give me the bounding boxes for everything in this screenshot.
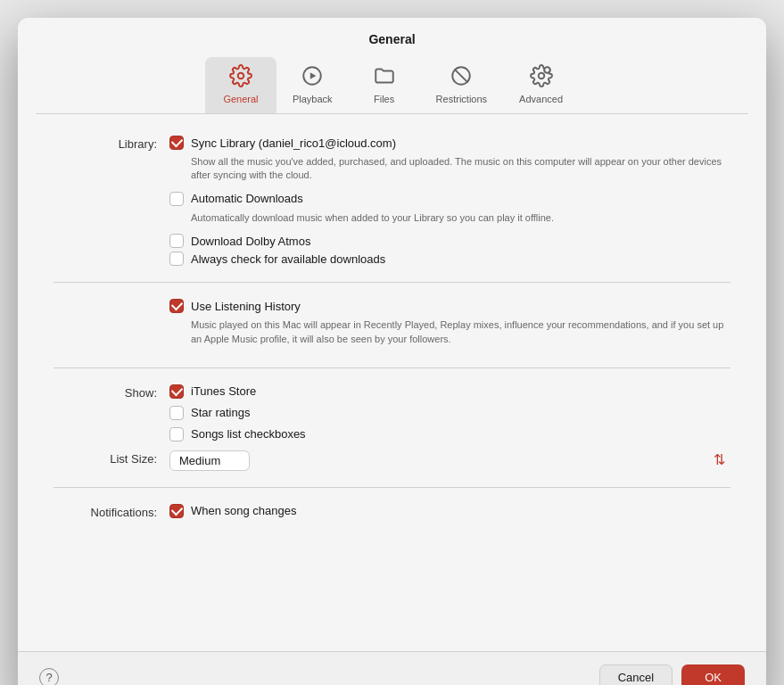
sync-library-checkbox[interactable] xyxy=(169,136,184,150)
action-buttons: Cancel OK xyxy=(599,664,745,685)
songs-checkboxes-checkbox[interactable] xyxy=(169,427,184,442)
auto-downloads-label[interactable]: Automatic Downloads xyxy=(169,192,303,206)
tab-advanced[interactable]: Advanced xyxy=(503,57,579,113)
auto-downloads-row: Automatic Downloads xyxy=(169,192,730,206)
dolby-atmos-text: Download Dolby Atmos xyxy=(191,235,310,248)
star-ratings-label[interactable]: Star ratings xyxy=(169,406,250,420)
library-section: Library: Sync Library (daniel_rico1@iclo… xyxy=(54,136,730,266)
songs-checkboxes-row: Songs list checkboxes xyxy=(169,427,730,442)
svg-point-5 xyxy=(538,73,544,79)
check-downloads-label[interactable]: Always check for available downloads xyxy=(169,252,385,266)
auto-downloads-text: Automatic Downloads xyxy=(191,192,303,205)
cancel-button[interactable]: Cancel xyxy=(599,664,673,685)
play-icon xyxy=(301,64,324,91)
songs-checkboxes-label[interactable]: Songs list checkboxes xyxy=(169,427,306,442)
listening-history-text: Use Listening History xyxy=(191,300,301,313)
tab-restrictions-label: Restrictions xyxy=(436,94,487,104)
bottom-bar: ? Cancel OK xyxy=(18,651,766,685)
toolbar: General Playback File xyxy=(36,57,748,114)
list-size-select[interactable]: Small Medium Large xyxy=(169,450,250,471)
itunes-store-checkbox[interactable] xyxy=(169,384,184,399)
show-section: Show: iTunes Store Star ratings xyxy=(54,384,730,442)
sync-library-desc: Show all the music you've added, purchas… xyxy=(191,155,730,183)
list-size-select-wrapper: Small Medium Large ⇅ xyxy=(169,450,730,471)
auto-downloads-checkbox[interactable] xyxy=(169,192,184,206)
check-downloads-row: Always check for available downloads xyxy=(169,252,730,266)
divider-2 xyxy=(54,367,730,368)
restrict-icon xyxy=(450,64,473,91)
dolby-atmos-label[interactable]: Download Dolby Atmos xyxy=(169,234,310,248)
list-size-label: List Size: xyxy=(54,450,169,466)
listening-history-desc: Music played on this Mac will appear in … xyxy=(191,318,730,346)
svg-point-7 xyxy=(545,68,549,71)
tab-files[interactable]: Files xyxy=(349,57,420,113)
listening-history-section: Use Listening History Music played on th… xyxy=(54,299,730,351)
listening-history-options: Use Listening History Music played on th… xyxy=(169,299,730,351)
help-button[interactable]: ? xyxy=(39,668,59,686)
star-ratings-text: Star ratings xyxy=(191,406,250,419)
sync-library-label[interactable]: Sync Library (daniel_rico1@icloud.com) xyxy=(169,136,396,150)
tab-advanced-label: Advanced xyxy=(519,94,563,104)
show-options: iTunes Store Star ratings Songs list che… xyxy=(169,384,730,442)
itunes-store-label[interactable]: iTunes Store xyxy=(169,384,256,399)
title-bar: General General xyxy=(18,18,766,114)
auto-downloads-desc: Automatically download music when added … xyxy=(191,211,730,225)
list-size-section: List Size: Small Medium Large ⇅ xyxy=(54,450,730,471)
song-changes-label[interactable]: When song changes xyxy=(169,504,297,518)
song-changes-checkbox[interactable] xyxy=(169,504,184,518)
folder-icon xyxy=(373,64,396,91)
tab-playback[interactable]: Playback xyxy=(276,57,349,113)
sync-library-row: Sync Library (daniel_rico1@icloud.com) xyxy=(169,136,730,150)
tab-general[interactable]: General xyxy=(205,57,276,113)
settings-content: Library: Sync Library (daniel_rico1@iclo… xyxy=(18,114,766,651)
tab-playback-label: Playback xyxy=(293,94,333,104)
song-changes-text: When song changes xyxy=(191,504,297,517)
notifications-options: When song changes xyxy=(169,504,730,518)
sync-library-text: Sync Library (daniel_rico1@icloud.com) xyxy=(191,136,396,150)
svg-marker-2 xyxy=(310,72,317,79)
notifications-section: Notifications: When song changes xyxy=(54,504,730,519)
dolby-atmos-row: Download Dolby Atmos xyxy=(169,234,730,248)
advanced-gear-icon xyxy=(530,64,553,91)
tab-general-label: General xyxy=(223,94,258,104)
song-changes-row: When song changes xyxy=(169,504,730,518)
notifications-label: Notifications: xyxy=(54,504,169,519)
tab-files-label: Files xyxy=(374,94,394,104)
tab-restrictions[interactable]: Restrictions xyxy=(420,57,503,113)
ok-button[interactable]: OK xyxy=(681,664,745,685)
show-label: Show: xyxy=(54,384,169,400)
gear-icon xyxy=(229,64,252,91)
svg-point-0 xyxy=(238,73,244,79)
preferences-window: General General xyxy=(18,18,766,685)
songs-checkboxes-text: Songs list checkboxes xyxy=(191,427,306,441)
listening-history-label[interactable]: Use Listening History xyxy=(169,299,301,313)
dolby-atmos-checkbox[interactable] xyxy=(169,234,184,248)
check-downloads-checkbox[interactable] xyxy=(169,252,184,266)
divider-3 xyxy=(54,487,730,488)
divider-1 xyxy=(54,282,730,283)
library-options: Sync Library (daniel_rico1@icloud.com) S… xyxy=(169,136,730,266)
check-downloads-text: Always check for available downloads xyxy=(191,252,385,266)
window-title: General xyxy=(36,32,748,46)
star-ratings-checkbox[interactable] xyxy=(169,406,184,420)
itunes-store-text: iTunes Store xyxy=(191,384,256,398)
svg-line-4 xyxy=(455,70,467,82)
library-label: Library: xyxy=(54,136,169,151)
list-size-options: Small Medium Large ⇅ xyxy=(169,450,730,471)
listening-history-checkbox[interactable] xyxy=(169,299,184,313)
itunes-store-row: iTunes Store xyxy=(169,384,730,399)
select-arrow-icon: ⇅ xyxy=(714,453,725,467)
listening-history-row: Use Listening History xyxy=(169,299,730,313)
listening-history-spacer xyxy=(54,299,169,301)
star-ratings-row: Star ratings xyxy=(169,406,730,420)
